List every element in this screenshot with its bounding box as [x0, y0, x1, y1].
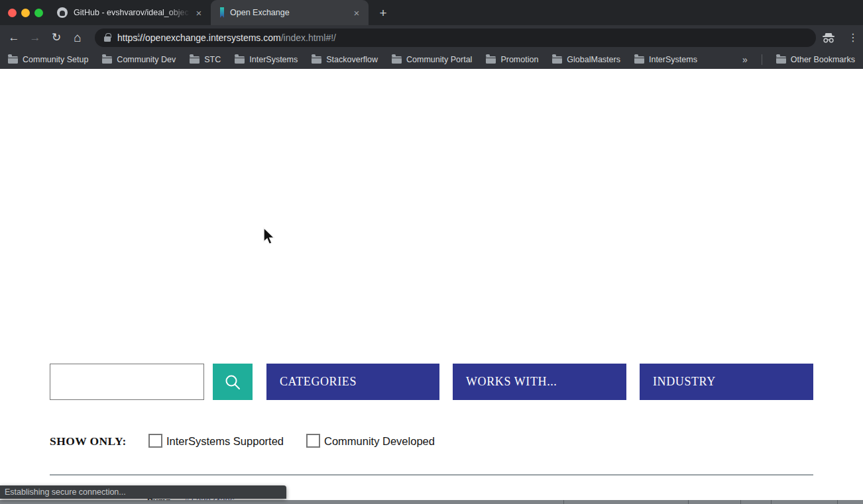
address-bar[interactable]: https://openexchange.intersystems.com/in… — [95, 28, 816, 47]
bookmark-folder-globalmasters[interactable]: GlobalMasters — [552, 55, 620, 64]
folder-icon — [392, 56, 402, 64]
url-path: /index.html#!/ — [281, 32, 336, 43]
bookmark-label: InterSystems — [249, 55, 298, 64]
bookmark-folder-community-setup[interactable]: Community Setup — [8, 55, 88, 64]
tab-open-exchange[interactable]: Open Exchange × — [211, 0, 369, 25]
folder-icon — [486, 56, 496, 64]
url-text: https://openexchange.intersystems.com/in… — [117, 32, 809, 43]
tab-github[interactable]: GitHub - evshvarov/ideal_objec × — [52, 0, 209, 25]
cutoff-content-strip — [0, 500, 863, 504]
incognito-icon — [822, 31, 835, 44]
search-icon — [223, 373, 242, 391]
strip-tick — [771, 500, 772, 504]
bookmark-label: Community Setup — [23, 55, 88, 64]
community-developed-checkbox[interactable] — [306, 434, 320, 448]
bookmark-label: InterSystems — [649, 55, 697, 64]
tab-title: Open Exchange — [230, 8, 351, 17]
home-icon[interactable]: ⌂ — [69, 29, 86, 46]
bookmark-folder-promotion[interactable]: Promotion — [486, 55, 538, 64]
bookmark-label: Community Dev — [117, 55, 176, 64]
browser-toolbar: ← → ↻ ⌂ https://openexchange.intersystem… — [0, 25, 863, 50]
close-icon[interactable]: × — [351, 8, 362, 18]
folder-icon — [552, 56, 562, 64]
folder-icon — [190, 56, 200, 64]
bookmark-label: GlobalMasters — [567, 55, 620, 64]
bookmark-folder-intersystems-2[interactable]: InterSystems — [634, 55, 697, 64]
other-bookmarks-folder[interactable]: Other Bookmarks — [776, 55, 855, 64]
github-favicon-icon — [57, 7, 68, 18]
categories-button[interactable]: CATEGORIES — [266, 364, 439, 400]
checkbox-label[interactable]: InterSystems Supported — [166, 435, 284, 448]
window-minimize-button[interactable] — [21, 9, 30, 17]
industry-button[interactable]: INDUSTRY — [640, 364, 813, 400]
folder-icon — [235, 56, 245, 64]
search-button[interactable] — [213, 364, 253, 400]
bookmarks-overflow-chevron-icon[interactable]: » — [742, 54, 748, 65]
folder-icon — [634, 56, 644, 64]
bookmark-folder-stc[interactable]: STC — [190, 55, 221, 64]
window-close-button[interactable] — [8, 9, 17, 17]
bookmark-folder-stackoverflow[interactable]: Stackoverflow — [312, 55, 378, 64]
strip-tick — [837, 500, 838, 504]
reload-icon[interactable]: ↻ — [48, 29, 65, 46]
section-divider — [50, 474, 813, 476]
tab-strip: GitHub - evshvarov/ideal_objec × Open Ex… — [0, 0, 863, 25]
folder-icon — [8, 56, 18, 64]
bookmarks-bar: Community Setup Community Dev STC InterS… — [0, 50, 863, 69]
status-message: Establishing secure connection... — [0, 485, 286, 499]
bookmark-folder-community-portal[interactable]: Community Portal — [392, 55, 472, 64]
bookmark-label: Promotion — [500, 55, 538, 64]
strip-tick — [688, 500, 689, 504]
bookmark-folder-intersystems[interactable]: InterSystems — [235, 55, 298, 64]
intersystems-supported-checkbox[interactable] — [148, 434, 162, 448]
forward-icon[interactable]: → — [27, 29, 44, 46]
strip-tick — [563, 500, 564, 504]
strip-tick — [740, 500, 741, 504]
close-icon[interactable]: × — [194, 8, 204, 18]
bookmark-label: STC — [204, 55, 221, 64]
tab-title: GitHub - evshvarov/ideal_objec — [74, 8, 194, 17]
bookmark-label: Other Bookmarks — [791, 55, 855, 64]
browser-menu-icon[interactable]: ⋮ — [847, 29, 859, 46]
mouse-cursor — [262, 227, 277, 250]
folder-icon — [102, 56, 112, 64]
bookmark-label: Community Portal — [406, 55, 472, 64]
new-tab-button[interactable]: + — [375, 5, 391, 21]
show-only-label: SHOW ONLY: — [50, 434, 127, 448]
search-input[interactable] — [50, 364, 204, 400]
checkbox-label[interactable]: Community Developed — [324, 435, 435, 448]
page-content: CATEGORIES WORKS WITH... INDUSTRY SHOW O… — [0, 69, 863, 504]
lock-icon — [104, 36, 111, 42]
browser-window: GitHub - evshvarov/ideal_objec × Open Ex… — [0, 0, 863, 504]
folder-icon — [312, 56, 321, 64]
back-icon[interactable]: ← — [5, 29, 23, 46]
window-zoom-button[interactable] — [34, 9, 43, 17]
works-with-button[interactable]: WORKS WITH... — [453, 364, 626, 400]
bookmark-label: Stackoverflow — [326, 55, 378, 64]
bookmark-star-icon[interactable]: ☆ — [131, 30, 146, 46]
bookmarks-separator — [762, 54, 762, 65]
folder-icon — [776, 56, 786, 64]
open-exchange-favicon-icon — [220, 7, 224, 18]
bookmark-folder-community-dev[interactable]: Community Dev — [102, 55, 176, 64]
